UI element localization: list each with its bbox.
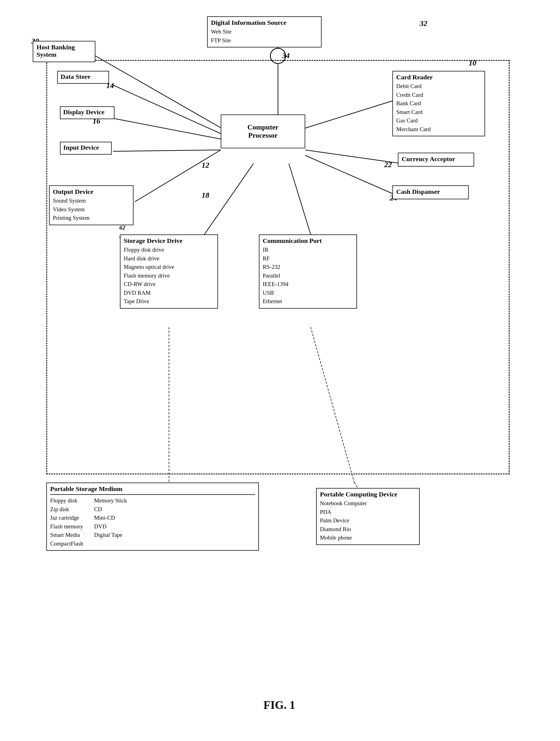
- comm-item-6: Ethernet: [263, 297, 353, 306]
- portable-storage-col1: Floppy disk Zip disk Jaz cartridge Flash…: [50, 496, 83, 548]
- host-banking-title: Host BankingSystem: [37, 44, 91, 58]
- pcd-item-1: PDA: [320, 508, 416, 517]
- psm-item-r3: DVD: [94, 522, 127, 531]
- storage-item-5: DVD RAM: [124, 289, 214, 297]
- comm-port-box: Communication Port IR RF RS-232 Parallel…: [259, 234, 357, 309]
- pcd-item-0: Notebook Computer: [320, 499, 416, 508]
- comm-port-title: Communication Port: [263, 237, 353, 245]
- storage-drive-list: Floppy disk drive Hard disk drive Magnet…: [124, 246, 214, 306]
- label-12: 12: [202, 161, 209, 170]
- storage-item-3: Flash memory drive: [124, 272, 214, 280]
- storage-item-2: Magneto optical drive: [124, 263, 214, 272]
- card-item-5: Merchant Card: [396, 125, 481, 134]
- comm-item-0: IR: [263, 246, 353, 254]
- psm-item-r0: Memory Stick: [94, 496, 127, 505]
- digital-info-title: Digital Information Source: [211, 19, 318, 26]
- computer-processor-box: ComputerProcessor: [221, 115, 305, 148]
- portable-storage-col2: Memory Stick CD Mini-CD DVD Digital Tape: [94, 496, 127, 548]
- storage-item-4: CD-RW drive: [124, 280, 214, 289]
- card-item-3: Smart Card: [396, 108, 481, 117]
- storage-drive-box: Storage Device Drive Floppy disk drive H…: [120, 234, 218, 309]
- card-reader-box: Card Reader Debit Card Credit Card Bank …: [393, 71, 485, 136]
- data-store-box: Data Store: [57, 71, 109, 84]
- card-item-2: Bank Card: [396, 99, 481, 108]
- psm-item-r2: Mini-CD: [94, 514, 127, 522]
- comm-item-4: IEEE-1394: [263, 280, 353, 289]
- comm-item-1: RF: [263, 254, 353, 263]
- psm-item-1: Zip disk: [50, 505, 83, 514]
- psm-item-5: CompactFlash: [50, 540, 83, 548]
- pcd-item-2: Palm Device: [320, 516, 416, 525]
- label-62: 62: [119, 224, 125, 231]
- card-reader-title: Card Reader: [396, 74, 481, 81]
- output-item-1: Video System: [53, 205, 130, 214]
- label-32: 32: [420, 19, 427, 28]
- host-banking-box: Host BankingSystem: [33, 41, 95, 62]
- figure-label: FIG. 1: [264, 698, 295, 712]
- digital-info-item-1: FTP Site: [211, 36, 318, 45]
- label-18: 18: [202, 191, 209, 200]
- comm-item-3: Parallel: [263, 272, 353, 280]
- card-item-1: Credit Card: [396, 91, 481, 99]
- psm-item-2: Jaz cartridge: [50, 514, 83, 522]
- input-device-box: Input Device: [60, 142, 112, 154]
- psm-item-0: Floppy disk: [50, 496, 83, 505]
- display-device-box: Display Device: [60, 106, 115, 119]
- output-device-list: Sound System Video System Printing Syste…: [53, 197, 130, 222]
- portable-storage-title: Portable Storage Medium: [50, 485, 255, 493]
- psm-item-3: Flash memory: [50, 522, 83, 531]
- storage-item-6: Tape Drive: [124, 297, 214, 306]
- pcd-item-3: Diamond Rio: [320, 525, 416, 534]
- label-10: 10: [469, 59, 476, 67]
- psm-item-r1: CD: [94, 505, 127, 514]
- portable-computing-title: Portable Computing Device: [320, 491, 416, 498]
- comm-port-list: IR RF RS-232 Parallel IEEE-1394 USB Ethe…: [263, 246, 353, 306]
- output-item-0: Sound System: [53, 197, 130, 205]
- psm-item-r4: Digital Tape: [94, 531, 127, 540]
- card-item-4: Gas Card: [396, 117, 481, 125]
- comm-item-5: USB: [263, 289, 353, 297]
- display-device-title: Display Device: [63, 109, 111, 116]
- portable-storage-box: Portable Storage Medium Floppy disk Zip …: [46, 482, 259, 551]
- label-34: 34: [282, 51, 290, 60]
- currency-acceptor-title: Currency Acceptor: [402, 155, 470, 163]
- comm-item-2: RS-232: [263, 263, 353, 272]
- digital-info-box: Digital Information Source Web Site FTP …: [207, 16, 322, 48]
- cash-dispenser-title: Cash Dispanser: [396, 188, 465, 196]
- output-device-box: Output Device Sound System Video System …: [49, 185, 134, 225]
- output-item-2: Printing System: [53, 214, 130, 222]
- processor-title: ComputerProcessor: [248, 123, 279, 139]
- card-reader-list: Debit Card Credit Card Bank Card Smart C…: [396, 82, 481, 134]
- portable-storage-content: Floppy disk Zip disk Jaz cartridge Flash…: [50, 496, 255, 548]
- card-item-0: Debit Card: [396, 82, 481, 91]
- psm-item-4: Smart Media: [50, 531, 83, 540]
- portable-computing-box: Portable Computing Device Notebook Compu…: [316, 488, 420, 545]
- storage-item-0: Floppy disk drive: [124, 246, 214, 254]
- output-device-title: Output Device: [53, 188, 130, 196]
- data-store-title: Data Store: [61, 73, 106, 80]
- input-device-title: Input Device: [63, 144, 109, 151]
- storage-drive-title: Storage Device Drive: [124, 237, 214, 245]
- storage-item-1: Hard disk drive: [124, 254, 214, 263]
- digital-info-item-0: Web Site: [211, 27, 318, 36]
- currency-acceptor-box: Currency Acceptor: [398, 153, 474, 166]
- digital-info-list: Web Site FTP Site: [211, 27, 318, 45]
- pcd-item-4: Mobile phone: [320, 534, 416, 542]
- portable-computing-list: Notebook Computer PDA Palm Device Diamon…: [320, 499, 416, 542]
- label-22: 22: [384, 160, 392, 169]
- cash-dispenser-box: Cash Dispanser: [393, 185, 469, 199]
